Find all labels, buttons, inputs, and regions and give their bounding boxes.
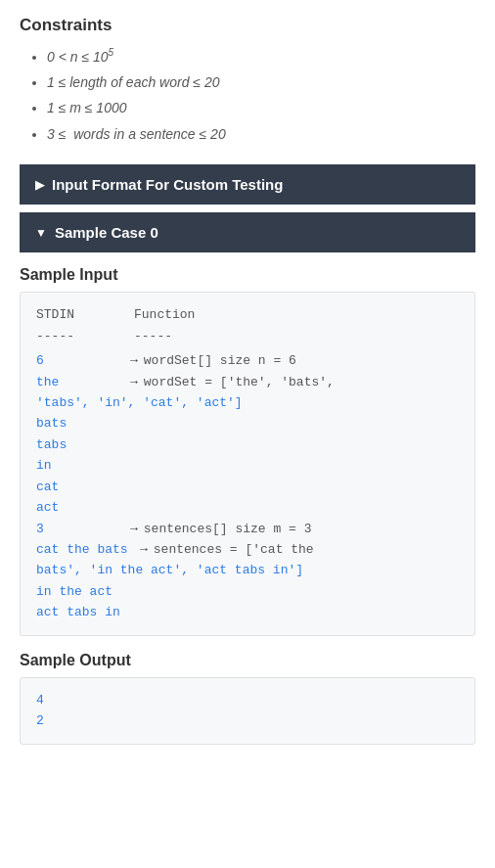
output-line-1: 4 bbox=[36, 690, 459, 710]
code-plain-cat: cat bbox=[36, 477, 59, 497]
output-val-2: 2 bbox=[36, 710, 44, 731]
output-val-1: 4 bbox=[36, 690, 44, 710]
code-arrow-8: → bbox=[130, 519, 138, 539]
sample-case-label: Sample Case 0 bbox=[55, 224, 158, 241]
code-arrow-1: → bbox=[130, 350, 138, 371]
stdin-divider: ----- bbox=[36, 326, 134, 346]
code-line-10: in the act bbox=[36, 581, 459, 602]
input-format-header[interactable]: Input Format For Custom Testing bbox=[20, 164, 475, 205]
code-line-3: bats bbox=[36, 413, 459, 434]
code-plain-act: act bbox=[36, 497, 59, 518]
constraint-item-2: 1 ≤ length of each word ≤ 20 bbox=[47, 71, 475, 93]
constraints-list: 0 < n ≤ 105 1 ≤ length of each word ≤ 20… bbox=[20, 45, 475, 145]
input-format-arrow bbox=[35, 178, 44, 192]
code-val-1: 6 bbox=[36, 350, 124, 371]
code-line-9: cat the bats → sentences = ['cat the bbox=[36, 539, 459, 560]
constraint-item-3: 1 ≤ m ≤ 1000 bbox=[47, 97, 475, 118]
code-val-8: 3 bbox=[36, 519, 124, 539]
code-arrow-2: → bbox=[130, 372, 138, 392]
code-line-2: the → wordSet = ['the', 'bats', bbox=[36, 372, 459, 392]
code-desc-1: wordSet[] size n = 6 bbox=[144, 350, 459, 371]
code-divider-row: ----- ----- bbox=[36, 326, 459, 346]
code-desc-9: sentences = ['cat the bbox=[154, 539, 459, 560]
function-divider: ----- bbox=[134, 326, 172, 346]
code-plain-2b: 'tabs', 'in', 'cat', 'act'] bbox=[36, 392, 243, 413]
constraint-item-4: 3 ≤ words in a sentence ≤ 20 bbox=[47, 123, 475, 145]
sample-output-code: 4 2 bbox=[20, 677, 475, 745]
code-plain-in-act: in the act bbox=[36, 581, 112, 602]
code-plain-tabs: tabs bbox=[36, 434, 67, 455]
code-line-7: act bbox=[36, 497, 459, 518]
sample-input-section: Sample Input STDIN Function ----- ----- … bbox=[20, 266, 475, 636]
page-container: Constraints 0 < n ≤ 105 1 ≤ length of ea… bbox=[0, 0, 495, 760]
code-line-4: tabs bbox=[36, 434, 459, 455]
constraint-item-1: 0 < n ≤ 105 bbox=[47, 45, 475, 68]
code-val-2: the bbox=[36, 372, 124, 392]
constraints-section: Constraints 0 < n ≤ 105 1 ≤ length of ea… bbox=[20, 16, 475, 145]
output-line-2: 2 bbox=[36, 710, 459, 731]
stdin-header: STDIN bbox=[36, 304, 134, 325]
code-plain-in: in bbox=[36, 455, 52, 476]
sample-output-title: Sample Output bbox=[20, 652, 475, 669]
code-val-9: cat the bats bbox=[36, 539, 134, 560]
code-line-11: act tabs in bbox=[36, 602, 459, 622]
code-plain-act-tabs: act tabs in bbox=[36, 602, 120, 622]
code-header-row: STDIN Function bbox=[36, 304, 459, 325]
code-line-6: cat bbox=[36, 477, 459, 497]
code-arrow-9: → bbox=[140, 539, 148, 560]
code-desc-2: wordSet = ['the', 'bats', bbox=[144, 372, 459, 392]
code-line-8: 3 → sentences[] size m = 3 bbox=[36, 519, 459, 539]
sample-case-header[interactable]: Sample Case 0 bbox=[20, 212, 475, 252]
code-line-1: 6 → wordSet[] size n = 6 bbox=[36, 350, 459, 371]
code-plain-9b: bats', 'in the act', 'act tabs in'] bbox=[36, 560, 303, 580]
function-header: Function bbox=[134, 304, 195, 325]
code-line-5: in bbox=[36, 455, 459, 476]
sample-case-arrow bbox=[35, 226, 47, 240]
code-line-9b: bats', 'in the act', 'act tabs in'] bbox=[36, 560, 459, 580]
code-desc-8: sentences[] size m = 3 bbox=[144, 519, 459, 539]
code-line-2b: 'tabs', 'in', 'cat', 'act'] bbox=[36, 392, 459, 413]
input-format-label: Input Format For Custom Testing bbox=[52, 176, 283, 193]
code-plain-bats: bats bbox=[36, 413, 67, 434]
constraints-title: Constraints bbox=[20, 16, 475, 35]
sample-output-section: Sample Output 4 2 bbox=[20, 652, 475, 745]
sample-input-title: Sample Input bbox=[20, 266, 475, 284]
sample-input-code: STDIN Function ----- ----- 6 → wordSet[]… bbox=[20, 292, 475, 636]
